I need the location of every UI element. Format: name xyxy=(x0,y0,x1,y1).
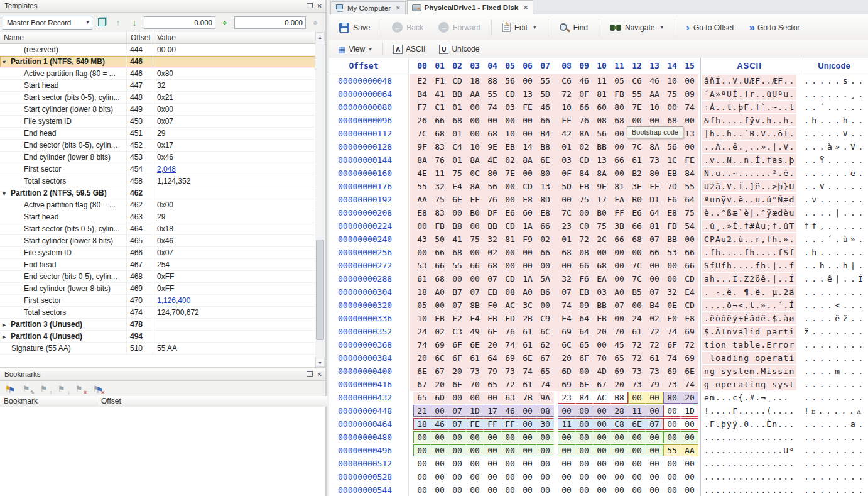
hex-byte[interactable]: 68 xyxy=(484,260,501,272)
hex-byte[interactable]: 56 xyxy=(593,128,610,140)
hex-byte[interactable]: 00 xyxy=(431,484,448,496)
hex-byte[interactable]: 49 xyxy=(466,326,484,338)
hex-byte[interactable]: 23 xyxy=(558,392,575,404)
hex-byte[interactable]: 8A xyxy=(575,128,593,140)
hex-byte[interactable]: 00 xyxy=(681,141,698,153)
hex-byte[interactable]: FB xyxy=(663,220,681,232)
template-position-field-2[interactable]: 0.000 xyxy=(234,16,306,29)
hex-byte[interactable]: 74 xyxy=(413,339,431,351)
hex-byte[interactable]: 00 xyxy=(484,114,501,126)
hex-byte[interactable]: 00 xyxy=(519,431,536,443)
hex-byte[interactable]: 00 xyxy=(431,405,448,417)
hex-byte[interactable]: 00 xyxy=(466,484,484,496)
hex-byte[interactable]: 69 xyxy=(558,378,575,390)
hex-byte[interactable]: 00 xyxy=(593,471,610,483)
hex-byte[interactable]: 6D xyxy=(558,365,575,377)
hex-byte[interactable]: B8 xyxy=(610,392,628,404)
anchor-position-button-2[interactable]: ⌖ xyxy=(308,16,322,29)
hex-byte[interactable]: 80 xyxy=(663,392,681,404)
hex-byte[interactable]: 00 xyxy=(413,444,431,456)
hex-byte[interactable]: 64 xyxy=(575,312,593,324)
hex-byte[interactable]: 46 xyxy=(575,75,593,87)
template-row[interactable]: End sector (bits 0-5), cylin...4520x17 xyxy=(0,140,317,152)
hex-byte[interactable]: 11 xyxy=(431,167,448,179)
hex-unicode[interactable]: ......ë. xyxy=(804,167,867,179)
hex-byte[interactable]: 9F xyxy=(413,141,431,153)
hex-byte[interactable]: 7C xyxy=(628,273,646,285)
hex-byte[interactable]: DF xyxy=(484,207,501,219)
save-button[interactable]: Save xyxy=(333,18,376,38)
template-row[interactable]: Total sectors474124,700,672 xyxy=(0,307,317,319)
hex-byte[interactable]: 26 xyxy=(413,114,431,126)
hex-byte[interactable]: 43 xyxy=(413,233,431,245)
hex-byte[interactable]: 61 xyxy=(628,326,646,338)
hex-byte[interactable]: C3 xyxy=(448,326,466,338)
template-row[interactable]: Signature (55 AA)51055 AA xyxy=(0,343,317,355)
hex-byte[interactable]: 00 xyxy=(431,471,448,483)
hex-byte[interactable]: E6 xyxy=(663,194,681,206)
hex-byte[interactable]: 0F xyxy=(575,88,593,100)
navigate-button[interactable]: Navigate ▼ xyxy=(604,18,670,38)
ascii-toggle-button[interactable]: A ASCII xyxy=(388,42,430,56)
hex-ascii[interactable]: ªunÿv.è..u.ú°Ñæd xyxy=(702,194,796,206)
hex-byte[interactable]: 02 xyxy=(431,326,448,338)
unicode-toggle-button[interactable]: U Unicode xyxy=(434,42,484,56)
hex-byte[interactable]: 00 xyxy=(663,273,681,285)
hex-byte[interactable]: 69 xyxy=(558,326,575,338)
hex-byte[interactable]: 18 xyxy=(466,75,484,87)
hex-byte[interactable]: 6F xyxy=(575,352,593,364)
hex-byte[interactable]: 68 xyxy=(610,114,628,126)
hex-byte[interactable]: 07 xyxy=(484,273,501,285)
hex-byte[interactable]: 00 xyxy=(575,207,593,219)
hex-byte[interactable]: 68 xyxy=(484,128,501,140)
template-row[interactable]: Active partition flag (80 = ...4460x80 xyxy=(0,68,317,80)
column-header-bookmark[interactable]: Bookmark xyxy=(0,396,97,407)
hex-byte[interactable]: 64 xyxy=(681,194,698,206)
hex-byte[interactable]: 3E xyxy=(628,180,646,192)
hex-ascii[interactable]: . ·.ë. ¶.ë. µ.2ä xyxy=(702,286,796,298)
hex-ascii[interactable]: em...c{.#.¬¸... xyxy=(702,392,796,404)
hex-byte[interactable]: 3C xyxy=(519,299,536,311)
template-row[interactable]: Start cylinder (lower 8 bits)4490x00 xyxy=(0,104,317,116)
hex-byte[interactable]: 20 xyxy=(610,378,628,390)
hex-byte[interactable]: EB xyxy=(575,180,593,192)
collapse-icon[interactable]: ▾ xyxy=(3,57,11,67)
hex-byte[interactable]: 00 xyxy=(466,246,484,258)
close-panel-icon[interactable]: ✕ xyxy=(317,3,322,10)
hex-byte[interactable]: 00 xyxy=(646,405,663,417)
hex-byte[interactable]: 00 xyxy=(646,392,663,404)
hex-byte[interactable]: 69 xyxy=(681,352,698,364)
hex-unicode[interactable]: ..V..... xyxy=(804,180,867,192)
hex-byte[interactable]: 00 xyxy=(484,392,501,404)
hex-byte[interactable]: 66 xyxy=(466,260,484,272)
hex-byte[interactable]: FB xyxy=(610,88,628,100)
hex-byte[interactable]: 00 xyxy=(501,471,519,483)
hex-byte[interactable]: 00 xyxy=(413,220,431,232)
hex-byte[interactable]: B8 xyxy=(536,141,554,153)
hex-byte[interactable]: 00 xyxy=(519,246,536,258)
hex-byte[interactable]: 03 xyxy=(558,154,575,166)
hex-ascii[interactable]: tion table.Error xyxy=(702,339,796,351)
hex-unicode[interactable]: ........ xyxy=(804,352,867,364)
hex-byte[interactable]: 00 xyxy=(519,471,536,483)
hex-byte[interactable]: FB xyxy=(431,220,448,232)
hex-byte[interactable]: 00 xyxy=(536,260,554,272)
tab-my-computer[interactable]: My Computer ✕ xyxy=(330,1,406,14)
hex-ascii[interactable]: ................ xyxy=(702,471,796,483)
hex-byte[interactable]: 00 xyxy=(519,484,536,496)
hex-byte[interactable]: 75 xyxy=(431,194,448,206)
column-header-name[interactable]: Name xyxy=(0,32,127,43)
hex-byte[interactable]: 01 xyxy=(448,101,466,113)
hex-byte[interactable]: 07 xyxy=(448,405,466,417)
template-row[interactable]: End head45129 xyxy=(0,128,317,140)
hex-byte[interactable]: D1 xyxy=(646,194,663,206)
hex-byte[interactable]: C8 xyxy=(610,418,628,430)
hex-byte[interactable]: 00 xyxy=(610,273,628,285)
hex-byte[interactable]: 75 xyxy=(681,207,698,219)
hex-byte[interactable]: 00 xyxy=(593,418,610,430)
hex-byte[interactable]: 00 xyxy=(466,471,484,483)
hex-byte[interactable]: 00 xyxy=(466,128,484,140)
hex-byte[interactable]: CD xyxy=(501,88,519,100)
hex-byte[interactable]: 9A xyxy=(536,392,554,404)
hex-byte[interactable]: 83 xyxy=(431,207,448,219)
